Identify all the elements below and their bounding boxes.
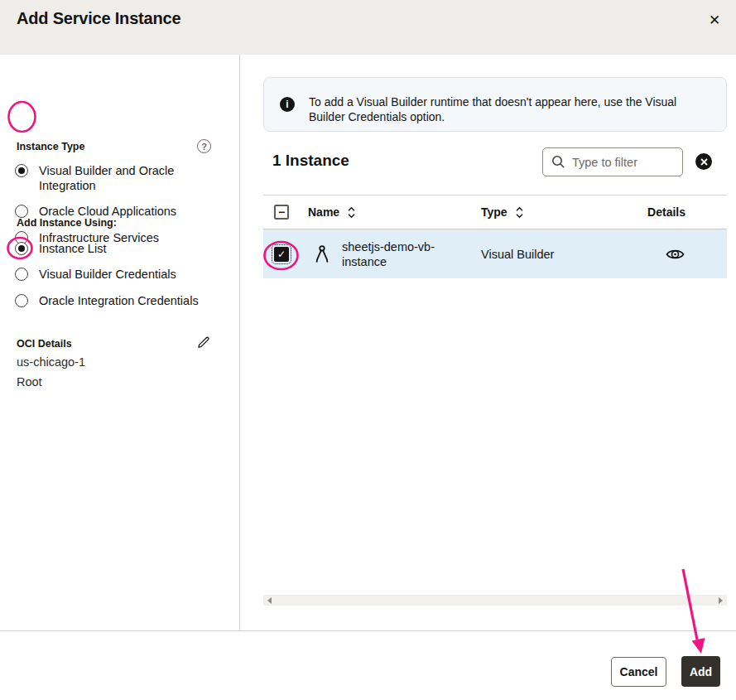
table-header-row: − Name Type [263,195,727,229]
add-instance-using-section-header: Add Instance Using: [17,217,211,229]
column-header-name[interactable]: Name [308,205,481,219]
radio-label: Oracle Integration Credentials [39,293,199,308]
sort-icon [515,206,524,219]
visual-builder-compass-icon [313,244,331,265]
radio-oracle-integration-credentials[interactable]: Oracle Integration Credentials [15,293,199,308]
select-all-checkbox[interactable]: − [274,205,289,220]
sort-icon [347,206,356,219]
horizontal-scrollbar[interactable] [263,595,727,606]
select-all-cell: − [263,205,308,220]
main-panel: i To add a Visual Builder runtime that d… [263,55,727,630]
instance-count-heading: 1 Instance [272,152,349,170]
radio-icon [15,205,28,218]
search-icon [551,155,565,169]
instance-type-value: Visual Builder [481,248,647,261]
help-icon[interactable]: ? [197,139,211,153]
radio-label: Visual Builder and Oracle Integration [39,163,178,193]
dialog-title: Add Service Instance [17,9,180,28]
edit-pencil-icon[interactable] [196,335,211,353]
radio-icon [15,294,28,307]
info-banner: i To add a Visual Builder runtime that d… [263,77,727,132]
add-button[interactable]: Add [681,656,720,687]
radio-label: Visual Builder Credentials [39,267,176,282]
scroll-right-arrow-icon[interactable] [719,597,723,604]
oci-compartment-value: Root [17,375,42,389]
details-eye-icon[interactable] [665,245,685,263]
row-details-cell [647,245,727,263]
radio-instance-list[interactable]: Instance List [15,241,106,256]
add-service-instance-dialog: Add Service Instance ✕ Instance Type ? V… [0,0,736,700]
row-checkbox-checked[interactable]: ✓ [274,247,289,262]
table-row[interactable]: ✓ sheetjs-demo-vb-instance Visual Builde… [263,229,727,278]
column-label: Name [308,205,339,219]
column-header-type[interactable]: Type [481,205,647,219]
radio-selected-icon [15,164,28,177]
column-label: Details [647,205,685,219]
add-instance-using-label: Add Instance Using: [17,217,117,229]
oci-region-value: us-chicago-1 [17,355,85,369]
instance-type-label: Instance Type [17,141,84,152]
sidebar: Instance Type ? Visual Builder and Oracl… [0,55,240,630]
footer-divider [0,630,736,631]
instance-name: sheetjs-demo-vb-instance [342,239,451,269]
radio-selected-icon [15,242,28,255]
clear-filter-icon[interactable] [695,153,712,170]
dialog-header: Add Service Instance ✕ [0,0,736,55]
info-banner-text: To add a Visual Builder runtime that doe… [309,94,693,124]
column-label: Type [481,205,508,219]
row-checkbox-cell: ✓ [263,247,308,262]
oci-details-section-header: OCI Details [17,335,211,353]
scroll-left-arrow-icon[interactable] [267,597,272,604]
radio-visual-builder-credentials[interactable]: Visual Builder Credentials [15,267,176,282]
radio-visual-builder-and-oracle-integration[interactable]: Visual Builder and Oracle Integration [15,163,178,193]
instance-type-section-header: Instance Type ? [17,139,211,153]
radio-label: Instance List [39,241,106,256]
filter-box [542,147,683,176]
column-header-details: Details [647,205,727,219]
instance-table: − Name Type [263,195,727,278]
filter-input[interactable] [572,156,670,169]
close-icon[interactable]: ✕ [705,10,724,30]
oci-details-label: OCI Details [17,338,72,350]
info-icon: i [280,97,295,112]
row-name-cell: sheetjs-demo-vb-instance [308,239,481,269]
annotation-arrow-head [692,638,705,654]
radio-icon [15,268,28,281]
cancel-button[interactable]: Cancel [611,657,666,687]
